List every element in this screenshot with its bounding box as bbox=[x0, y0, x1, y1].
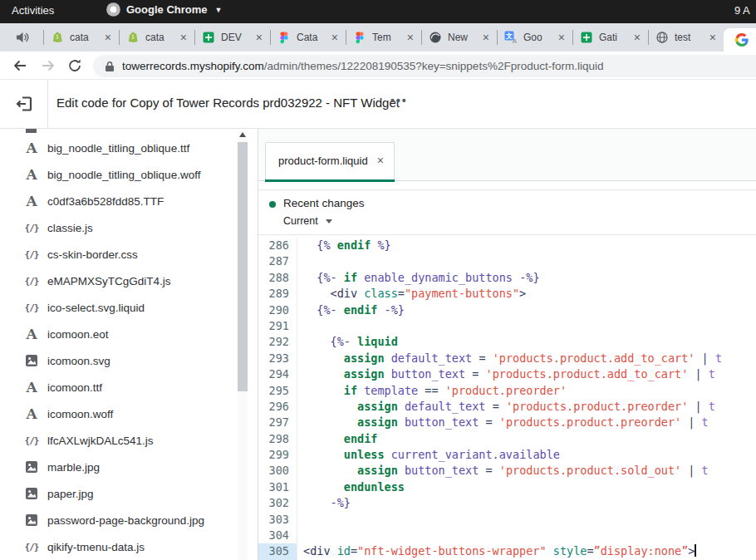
code-line-text: assign button_text = 'products.product.a… bbox=[297, 366, 715, 382]
browser-tab-title: Tem bbox=[372, 32, 405, 43]
editor-tab-product-form[interactable]: product-form.liquid × bbox=[265, 142, 395, 181]
browser-tab[interactable]: Gati× bbox=[572, 23, 648, 52]
browser-tab[interactable]: test× bbox=[648, 23, 724, 52]
file-name: icomoon.woff bbox=[47, 408, 113, 420]
file-item[interactable]: Aicomoon.eot bbox=[0, 321, 249, 347]
clock[interactable]: 9 A bbox=[734, 4, 750, 17]
browser-tab[interactable]: DEV× bbox=[194, 23, 270, 52]
code-line-text bbox=[297, 253, 303, 269]
file-item[interactable]: {/}classie.js bbox=[0, 214, 249, 241]
version-dropdown-value: Current bbox=[283, 215, 318, 227]
sidebar-scrollbar[interactable] bbox=[238, 130, 248, 560]
file-item[interactable]: Abig_noodle_titling_oblique.ttf bbox=[0, 135, 249, 161]
tab-close-icon[interactable]: × bbox=[405, 32, 416, 43]
reload-button[interactable] bbox=[66, 57, 83, 74]
font-file-icon: A bbox=[22, 381, 41, 394]
file-item[interactable]: marble.jpg bbox=[0, 454, 249, 480]
file-item[interactable]: {/}cs-skin-border.css bbox=[0, 241, 249, 268]
file-item[interactable]: password-page-background.jpg bbox=[0, 507, 249, 533]
browser-tab-title: Cata bbox=[297, 32, 329, 43]
file-name: icomoon.ttf bbox=[47, 381, 102, 394]
code-line-text: endif bbox=[297, 431, 377, 447]
tab-close-icon[interactable]: × bbox=[253, 32, 265, 43]
forward-button[interactable] bbox=[40, 57, 56, 74]
recent-changes-label: Recent changes bbox=[283, 197, 365, 209]
address-bar[interactable]: towerrecords.myshopify.com/admin/themes/… bbox=[93, 55, 756, 77]
code-line-text: {%- endif -%} bbox=[297, 302, 405, 318]
tab-close-icon[interactable]: × bbox=[178, 32, 189, 43]
line-number: 295 bbox=[258, 383, 297, 399]
code-line: 289 <div class="payment-buttons"> bbox=[258, 286, 756, 302]
font-file-icon: A bbox=[22, 141, 41, 155]
code-line-text: if template == 'product.preorder' bbox=[297, 383, 567, 399]
code-area[interactable]: 286 {% endif %}287288 {%- if enable_dyna… bbox=[258, 236, 756, 560]
browser-tab-title: Goo bbox=[523, 32, 556, 43]
file-item[interactable]: Ac0df3a6b528fdd85.TTF bbox=[0, 188, 249, 214]
line-number: 296 bbox=[258, 399, 297, 415]
file-sidebar: Abig_noodle_titling_oblique.ttfAbig_nood… bbox=[0, 129, 249, 560]
file-item[interactable]: Aicomoon.ttf bbox=[0, 374, 249, 400]
file-item[interactable]: {/}eMAPMXSyTCgGdiT4.js bbox=[0, 268, 249, 294]
exit-code-editor-button[interactable] bbox=[15, 95, 33, 113]
line-number: 290 bbox=[258, 302, 297, 318]
code-file-icon: {/} bbox=[22, 435, 41, 446]
scroll-up-arrow-icon[interactable] bbox=[239, 132, 246, 137]
browser-tab-strip: cata×cata×DEV×Cata×Tem×New×文AGoo×Gati×te… bbox=[0, 23, 756, 52]
browser-tab[interactable]: Tem× bbox=[346, 23, 421, 52]
app-menu[interactable]: Google Chrome ▼ bbox=[106, 2, 222, 17]
file-name: icomoon.eot bbox=[47, 328, 109, 341]
tab-close-icon[interactable]: × bbox=[102, 32, 114, 43]
browser-tab-title: DEV bbox=[221, 32, 253, 43]
browser-toolbar: towerrecords.myshopify.com/admin/themes/… bbox=[0, 52, 756, 80]
file-item[interactable]: Abig_noodle_titling_oblique.woff bbox=[0, 161, 249, 188]
code-line-text: assign default_text = 'products.product.… bbox=[297, 399, 715, 415]
file-name: qikify-tmenu-data.js bbox=[47, 541, 145, 553]
file-item[interactable]: Aicomoon.woff bbox=[0, 400, 249, 427]
version-dropdown[interactable]: Current bbox=[283, 215, 332, 227]
browser-tab[interactable]: cata× bbox=[43, 23, 119, 52]
browser-tab-active-partial[interactable] bbox=[724, 28, 756, 52]
file-item[interactable]: icomoon.svg bbox=[0, 347, 249, 374]
line-number: 298 bbox=[258, 431, 297, 447]
scrollbar-thumb[interactable] bbox=[238, 142, 248, 391]
sheets-icon bbox=[580, 31, 593, 44]
code-line-text: {%- if enable_dynamic_buttons -%} bbox=[297, 270, 540, 286]
code-line: 290 {%- endif -%} bbox=[258, 302, 756, 318]
line-number: 293 bbox=[258, 351, 297, 366]
active-tab-underline bbox=[265, 179, 395, 182]
browser-tab[interactable]: cata× bbox=[119, 23, 194, 52]
tab-close-icon[interactable]: × bbox=[329, 32, 341, 43]
file-item[interactable]: paper.jpg bbox=[0, 480, 249, 507]
line-number: 299 bbox=[258, 447, 297, 463]
code-line-text: assign button_text = 'products.product.s… bbox=[297, 463, 709, 479]
svg-text:A: A bbox=[513, 37, 518, 44]
browser-tab[interactable]: 文AGoo× bbox=[497, 23, 572, 52]
browser-tab[interactable]: New× bbox=[421, 23, 497, 52]
header-divider bbox=[47, 80, 48, 128]
google-icon bbox=[735, 33, 749, 47]
file-item[interactable]: {/}lfcAXLwjkDALc541.js bbox=[0, 427, 249, 454]
browser-tab-title: New bbox=[448, 32, 480, 43]
line-number: 288 bbox=[258, 270, 297, 286]
browser-tab[interactable]: Cata× bbox=[270, 23, 346, 52]
browser-tab-title: cata bbox=[70, 32, 102, 43]
line-number: 301 bbox=[258, 479, 297, 495]
tab-close-icon[interactable]: × bbox=[631, 32, 643, 43]
editor-tab-close-icon[interactable]: × bbox=[377, 154, 384, 167]
tab-close-icon[interactable]: × bbox=[480, 32, 492, 43]
font-file-icon: A bbox=[22, 327, 41, 341]
browser-tab-title: test bbox=[675, 32, 707, 43]
file-item[interactable]: {/}ico-select.svg.liquid bbox=[0, 294, 249, 321]
tab-close-icon[interactable]: × bbox=[707, 32, 719, 43]
speaker-icon[interactable] bbox=[15, 30, 30, 45]
more-actions-button[interactable]: ••• bbox=[390, 94, 408, 107]
back-button[interactable] bbox=[12, 57, 28, 74]
file-item[interactable]: {/}qikify-tmenu-data.js bbox=[0, 533, 249, 560]
code-file-icon: {/} bbox=[22, 276, 41, 287]
activities-button[interactable]: Activities bbox=[12, 4, 54, 17]
tab-close-icon[interactable]: × bbox=[556, 32, 567, 43]
unsaved-changes-dot-icon bbox=[269, 201, 276, 208]
code-line-text: {%- liquid bbox=[297, 334, 398, 350]
code-line: 296 assign default_text = 'products.prod… bbox=[258, 399, 756, 415]
code-line: 292 {%- liquid bbox=[258, 334, 756, 350]
